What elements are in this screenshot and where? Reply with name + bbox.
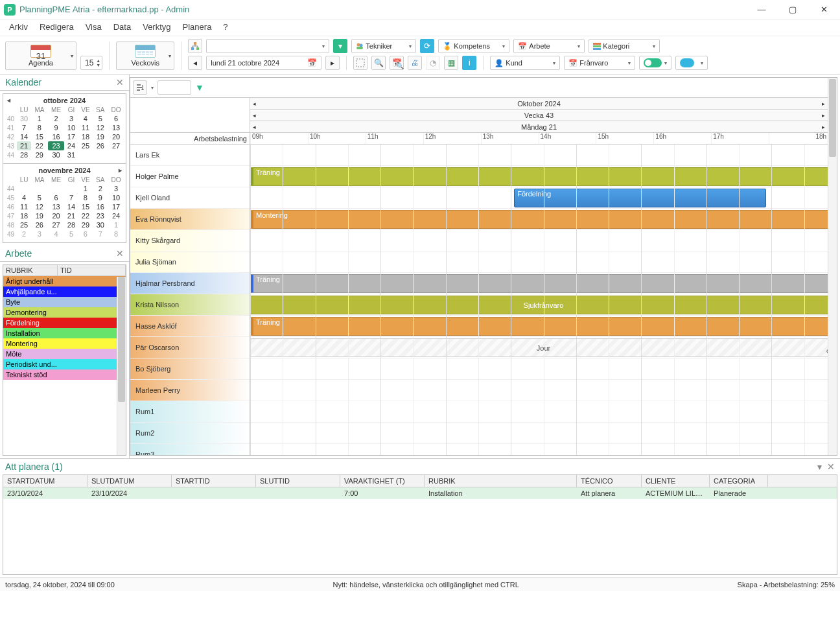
nav-prev-button[interactable]: ◂ xyxy=(188,56,202,70)
sort-icon[interactable] xyxy=(133,80,147,95)
att-col[interactable]: SLUTTID xyxy=(256,475,340,487)
next-month-button[interactable]: ▸ xyxy=(119,167,122,174)
maximize-button[interactable]: ▢ xyxy=(784,5,801,14)
minimize-button[interactable]: — xyxy=(753,5,770,14)
search-input[interactable] xyxy=(158,80,191,95)
kategori-dropdown[interactable]: Kategori▾ xyxy=(589,39,660,53)
calendar-day[interactable]: 4 xyxy=(78,114,93,123)
resource-row[interactable]: Kitty Skårgard xyxy=(130,230,250,251)
date-picker[interactable]: lundi 21 octobre 2024📅 xyxy=(206,56,321,70)
org-icon[interactable] xyxy=(188,39,202,53)
resource-row[interactable]: Rum1 xyxy=(130,401,250,423)
marquee-icon[interactable] xyxy=(353,56,368,70)
calendar-day[interactable]: 8 xyxy=(31,123,48,132)
calendar-day[interactable]: 3 xyxy=(108,184,124,193)
calendar-day[interactable]: 4 xyxy=(48,229,65,239)
att-cell[interactable]: 23/10/2024 xyxy=(3,487,88,499)
calendar-day[interactable]: 5 xyxy=(93,114,108,123)
calendar-day[interactable]: 10 xyxy=(108,193,124,202)
resource-row[interactable]: Pär Oscarson xyxy=(130,337,250,358)
calendar-day[interactable]: 3 xyxy=(64,114,78,123)
nav-next[interactable]: ▸ xyxy=(822,100,825,107)
search-icon[interactable]: 🔍 xyxy=(371,56,386,70)
arbete-item[interactable]: Periodiskt und... xyxy=(3,359,126,369)
calendar-day[interactable]: 7 xyxy=(17,123,31,132)
calendar-day[interactable]: 27 xyxy=(48,220,65,229)
collapse-icon[interactable]: ▾ xyxy=(817,462,822,472)
calendar-search-icon[interactable]: 📅🔍 xyxy=(390,56,404,70)
calendar-day[interactable]: 25 xyxy=(78,141,93,150)
col-tid[interactable]: TID xyxy=(58,265,126,275)
toggle1-dropdown[interactable]: ▾ xyxy=(639,56,671,70)
calendar-day[interactable]: 13 xyxy=(108,123,124,132)
calendar-day[interactable]: 23 xyxy=(48,141,65,150)
calendar-day[interactable]: 30 xyxy=(93,220,108,229)
resource-row[interactable]: Hjalmar Persbrand xyxy=(130,273,250,294)
calendar-day[interactable]: 15 xyxy=(31,132,48,141)
calendar-day[interactable]: 6 xyxy=(78,229,93,239)
nav-prev[interactable]: ◂ xyxy=(253,124,256,130)
att-col[interactable]: CATEGORIA xyxy=(710,475,768,487)
arbete-item[interactable]: Tekniskt stöd xyxy=(3,369,126,380)
arbete-item[interactable]: Installation xyxy=(3,328,126,338)
scrollbar[interactable] xyxy=(117,277,126,455)
menu-planera[interactable]: Planera xyxy=(183,22,212,32)
resource-row[interactable]: Krista Nilsson xyxy=(130,294,250,316)
nav-next-button[interactable]: ▸ xyxy=(325,56,340,70)
calendar-day[interactable]: 20 xyxy=(108,132,124,141)
nav-prev[interactable]: ◂ xyxy=(253,100,256,107)
tekniker-dropdown[interactable]: Tekniker▾ xyxy=(351,39,416,53)
filter-icon[interactable]: ▼ xyxy=(195,82,204,93)
resource-row[interactable]: Bo Sjöberg xyxy=(130,358,250,380)
att-cell[interactable] xyxy=(172,487,256,499)
calendar-day[interactable]: 29 xyxy=(78,220,93,229)
calendar-day[interactable]: 26 xyxy=(31,220,48,229)
arbete-item[interactable]: Årligt underhåll xyxy=(3,276,126,286)
calendar-day[interactable]: 28 xyxy=(64,220,78,229)
calendar-day[interactable]: 9 xyxy=(93,193,108,202)
att-col[interactable]: TÉCNICO xyxy=(577,475,642,487)
calendar-day[interactable]: 6 xyxy=(48,193,65,202)
calendar-day[interactable]: 5 xyxy=(31,193,48,202)
chevron-down-icon[interactable]: ▾ xyxy=(71,53,73,59)
resource-row[interactable]: Rum3 xyxy=(130,444,250,455)
nav-prev[interactable]: ◂ xyxy=(253,112,256,119)
filter-icon[interactable]: ▾ xyxy=(333,39,347,53)
resource-row[interactable]: Lars Ek xyxy=(130,145,250,166)
att-col[interactable]: STARTTID xyxy=(172,475,256,487)
calendar-day[interactable]: 3 xyxy=(31,229,48,239)
calendar-day[interactable]: 19 xyxy=(31,211,48,220)
event-bar[interactable]: Fördelning xyxy=(514,189,766,207)
calendar-day[interactable] xyxy=(17,184,31,193)
calendar-day[interactable]: 24 xyxy=(64,141,78,150)
resource-row[interactable]: Marleen Perry xyxy=(130,380,250,401)
calendar-day[interactable]: 7 xyxy=(93,229,108,239)
att-col[interactable]: CLIENTE xyxy=(642,475,710,487)
close-icon[interactable]: ✕ xyxy=(827,462,835,472)
calendar-day[interactable]: 1 xyxy=(108,220,124,229)
att-cell[interactable]: ACTEMIUM LILLE ... xyxy=(642,487,710,499)
calendar-day[interactable]: 16 xyxy=(93,202,108,211)
att-col[interactable]: VARAKTIGHET (T) xyxy=(340,475,425,487)
close-button[interactable]: ✕ xyxy=(815,5,832,14)
calendar-day[interactable]: 2 xyxy=(17,229,31,239)
resource-row[interactable]: Julia Sjöman xyxy=(130,251,250,273)
calendar-day[interactable]: 4 xyxy=(17,193,31,202)
calendar-day[interactable]: 30 xyxy=(48,150,65,159)
calendar-day[interactable]: 9 xyxy=(48,123,65,132)
calendar-day[interactable]: 12 xyxy=(31,202,48,211)
resource-row[interactable]: Rum2 xyxy=(130,423,250,444)
filter1-dropdown[interactable]: ▾ xyxy=(206,39,329,53)
toggle2-dropdown[interactable]: ▾ xyxy=(675,56,708,70)
calendar-day[interactable]: 18 xyxy=(17,211,31,220)
calendar-day[interactable]: 22 xyxy=(78,211,93,220)
resource-row[interactable]: Hasse Asklöf xyxy=(130,316,250,337)
arbete-dropdown[interactable]: 📅Arbete▾ xyxy=(513,39,585,53)
calendar-day[interactable]: 21 xyxy=(17,141,31,150)
calendar-day[interactable]: 31 xyxy=(64,150,78,159)
calendar-day[interactable]: 17 xyxy=(108,202,124,211)
nav-next[interactable]: ▸ xyxy=(822,112,825,119)
menu-visa[interactable]: Visa xyxy=(86,22,102,32)
calendar-day[interactable] xyxy=(48,184,65,193)
info-icon[interactable]: i xyxy=(462,56,476,70)
